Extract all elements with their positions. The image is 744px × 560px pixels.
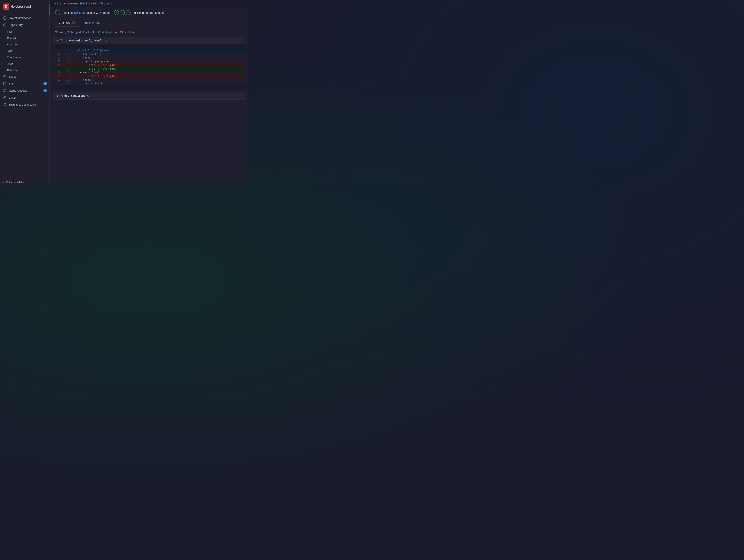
diff-area: ▾ .pre-commit-config.yaml ⧉ ... ... xyxy=(50,37,248,103)
sidebar-item-branches[interactable]: Branches xyxy=(0,41,50,48)
merge-icon xyxy=(3,89,7,92)
tab-changes-label: Changes xyxy=(59,21,70,24)
sidebar-item-contributors[interactable]: Contributors xyxy=(0,54,50,61)
diff-content: args: [--py37-plus] xyxy=(75,63,245,67)
ellipsis-content xyxy=(75,44,245,49)
line-num-new: 18 xyxy=(62,60,71,63)
stage-3-icon: » xyxy=(125,10,131,15)
sidebar-item-label: Merge requests xyxy=(8,89,27,92)
showing-text: Showing xyxy=(55,30,66,34)
diff-row-18: 18 18 - id: pyupgrade xyxy=(54,60,245,63)
diff-sign xyxy=(71,71,75,74)
file-2-chevron[interactable]: ▾ xyxy=(57,94,58,98)
collapse-sidebar-button[interactable]: « Collapse sidebar xyxy=(0,178,50,186)
sidebar-item-project-information[interactable]: i Project information xyxy=(0,14,50,22)
ellipsis-cell: ... xyxy=(62,85,71,90)
diff-sign xyxy=(71,52,75,56)
hunk-line-num-old xyxy=(54,49,62,52)
line-num-old: 16 xyxy=(54,52,62,56)
project-header[interactable]: D developer-portal xyxy=(0,0,50,13)
project-name: developer-portal xyxy=(11,5,31,8)
line-num-old xyxy=(54,82,62,85)
ellipsis-cell: ... xyxy=(54,44,62,49)
main-content: 88 1 merge request !305 Initial FastAPI … xyxy=(50,0,248,186)
diff-content: - id: black xyxy=(75,82,245,85)
changed-files-count: 9 changed files xyxy=(67,30,87,34)
line-num-new: 21 xyxy=(62,78,71,82)
svg-rect-2 xyxy=(3,24,6,26)
stage-1-icon: ✓ xyxy=(114,10,119,15)
svg-rect-6 xyxy=(3,82,6,85)
merge-request-link[interactable]: !305 xyxy=(80,2,85,5)
sidebar-item-label: CI/CD xyxy=(8,96,16,99)
merge-request-number: 88 xyxy=(55,2,58,5)
sidebar-item-graph[interactable]: Graph xyxy=(0,61,50,67)
line-num-new: 20 xyxy=(62,71,71,74)
sidebar-item-cicd[interactable]: CI/CD xyxy=(0,94,50,101)
tabs-bar: Changes 9 Pipelines 1 xyxy=(50,18,248,27)
diff-sign xyxy=(71,60,75,63)
file-1-chevron[interactable]: ▾ xyxy=(57,39,58,42)
ellipsis-cell: ... xyxy=(54,85,62,90)
ellipsis-row-bottom: ... ... xyxy=(54,85,245,90)
info-icon: i xyxy=(3,16,7,20)
diff-sign xyxy=(71,82,75,85)
line-num-new xyxy=(62,63,71,67)
sidebar-item-commits[interactable]: Commits xyxy=(0,35,50,41)
sidebar-item-tags[interactable]: Tags xyxy=(0,48,50,54)
diff-row-20: 20 20 - repo: local xyxy=(54,71,245,74)
sidebar-item-jira[interactable]: Jira 0 xyxy=(0,80,50,87)
file-2-name: dev-requirement xyxy=(64,94,89,98)
sidebar-item-repository[interactable]: Repository xyxy=(0,22,50,29)
with-text: with xyxy=(90,30,96,34)
sidebar-item-compare[interactable]: Compare xyxy=(0,67,50,73)
diff-row-19-del: 19 - args: [--py37-plus] xyxy=(54,63,245,67)
sidebar-item-issues[interactable]: Issues xyxy=(0,73,50,80)
sidebar-item-security[interactable]: Security & Compliance xyxy=(0,101,50,108)
sidebar-item-label: Commits xyxy=(7,37,17,39)
file-2-icon xyxy=(60,94,63,98)
additions-count: 38 additions xyxy=(97,30,112,34)
file-1-header: ▾ .pre-commit-config.yaml ⧉ xyxy=(53,37,245,44)
diff-content: - repo: local xyxy=(75,71,245,74)
sidebar-item-label: Files xyxy=(7,30,12,33)
line-num-new: 22 xyxy=(62,82,71,85)
sidebar-scrollbar-thumb[interactable] xyxy=(49,4,50,15)
diff-sign xyxy=(71,78,75,82)
hunk-header-row: @@ -16,7 +16,7 @@ repos: xyxy=(54,49,245,52)
project-avatar: D xyxy=(3,3,9,10)
diff-sign xyxy=(71,56,75,60)
sidebar-item-label: Repository xyxy=(8,24,23,27)
line-num-old: 19 xyxy=(54,63,62,67)
line-num-old: 22 xyxy=(54,78,62,82)
diff-content: rev: v2.32.0 xyxy=(75,52,245,56)
diff-content: hooks: xyxy=(75,78,245,82)
pipeline-id-link[interactable]: #268145 xyxy=(74,11,85,14)
jira-badge: 0 xyxy=(43,82,47,85)
pipeline-status-icon: ✓ xyxy=(55,10,61,15)
jira-icon xyxy=(3,82,7,85)
tab-changes[interactable]: Changes 9 xyxy=(55,18,79,27)
changed-files-link[interactable]: 9 changed files ▾ xyxy=(67,30,89,34)
diff-content: hooks: xyxy=(75,56,245,60)
sidebar-item-files[interactable]: Files xyxy=(0,29,50,35)
sidebar-item-merge-requests[interactable]: Merge requests 5 xyxy=(0,87,50,94)
sidebar-item-label: Contributors xyxy=(7,56,21,59)
line-num-new: 19 xyxy=(62,67,71,71)
tab-pipelines[interactable]: Pipelines 1 xyxy=(79,18,104,27)
and-text: and xyxy=(114,30,118,34)
cicd-icon xyxy=(3,96,7,99)
sidebar-item-label: Tags xyxy=(7,49,12,52)
diff-content: - id: pyupgrade xyxy=(75,60,245,63)
copy-path-button[interactable]: ⧉ xyxy=(105,39,107,42)
deletions-count: 43 deletions xyxy=(119,30,135,34)
sidebar-scrollbar[interactable] xyxy=(49,0,50,186)
diff-content: args: [--py39-plus] xyxy=(75,74,245,78)
ellipsis-sign xyxy=(71,44,75,49)
collapse-label: Collapse sidebar xyxy=(6,181,25,184)
line-num-new: 16 xyxy=(62,52,71,56)
issues-icon xyxy=(3,75,7,78)
diff-row-21-del: 21 - args: [--py39-plus] xyxy=(54,74,245,78)
hunk-line-num-new xyxy=(62,49,71,52)
line-num-old: 20 xyxy=(54,71,62,74)
